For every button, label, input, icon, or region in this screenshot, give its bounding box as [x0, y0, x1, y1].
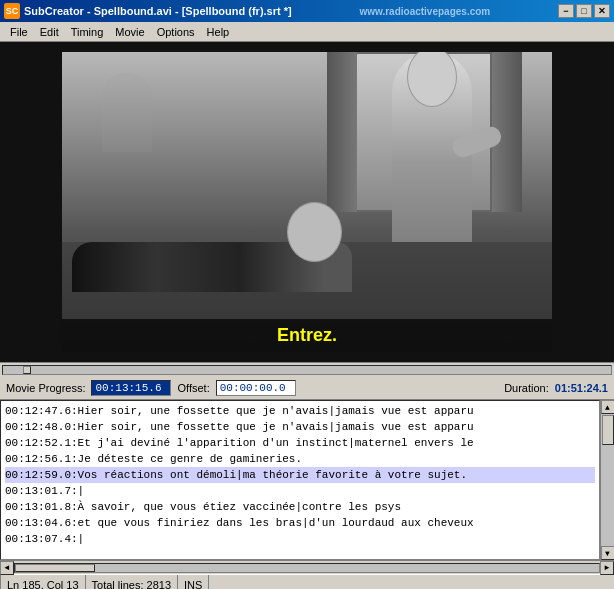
scene-background — [62, 52, 552, 352]
title-bar: SC SubCreator - Spellbound.avi - [Spellb… — [0, 0, 614, 22]
scroll-right-button[interactable]: ► — [600, 561, 614, 575]
text-content: 00:12:47.6:Hier soir, une fossette que j… — [1, 401, 599, 549]
subtitle-text: Entrez. — [277, 325, 337, 345]
text-line: 00:13:07.4:| — [5, 531, 595, 547]
figure-reclining-head — [287, 202, 342, 262]
menu-file[interactable]: File — [4, 24, 34, 40]
video-area: Entrez. — [0, 42, 614, 362]
horizontal-scrollbar[interactable]: ◄ ► — [0, 560, 614, 574]
scroll-thumb-horizontal[interactable] — [15, 564, 95, 572]
offset-value[interactable]: 00:00:00.0 — [216, 380, 296, 396]
text-line-highlighted: 00:12:59.0:Vos réactions ont démoli|ma t… — [5, 467, 595, 483]
progress-bar: Movie Progress: 00:13:15.6 Offset: 00:00… — [0, 376, 614, 400]
scroll-thumb-vertical[interactable] — [602, 415, 614, 445]
window-controls[interactable]: − □ ✕ — [558, 4, 610, 18]
app-icon: SC — [4, 3, 20, 19]
scene-curtain-left — [327, 52, 357, 212]
text-editor-container: 00:12:47.6:Hier soir, une fossette que j… — [0, 400, 614, 560]
scroll-down-button[interactable]: ▼ — [601, 546, 615, 560]
close-button[interactable]: ✕ — [594, 4, 610, 18]
subtitle-overlay: Entrez. — [62, 319, 552, 352]
offset-label: Offset: — [177, 382, 209, 394]
status-total-lines: Total lines: 2813 — [86, 575, 179, 589]
menu-options[interactable]: Options — [151, 24, 201, 40]
scene-lamp — [102, 72, 152, 152]
vertical-scrollbar[interactable]: ▲ ▼ — [600, 400, 614, 560]
menu-help[interactable]: Help — [201, 24, 236, 40]
text-line: 00:13:04.6:et que vous finiriez dans les… — [5, 515, 595, 531]
text-line: 00:13:01.7:| — [5, 483, 595, 499]
movie-progress-value[interactable]: 00:13:15.6 — [91, 380, 171, 396]
text-line: 00:12:52.1:Et j'ai deviné l'apparition d… — [5, 435, 595, 451]
menu-movie[interactable]: Movie — [109, 24, 150, 40]
video-scrollbar[interactable] — [0, 362, 614, 376]
duration-label: Duration: — [504, 382, 549, 394]
text-line: 00:12:47.6:Hier soir, une fossette que j… — [5, 403, 595, 419]
status-bar: Ln 185, Col 13 Total lines: 2813 INS — [0, 574, 614, 589]
title-url: www.radioactivepages.com — [359, 6, 490, 17]
scroll-track-horizontal[interactable] — [14, 563, 600, 573]
scroll-left-button[interactable]: ◄ — [0, 561, 14, 575]
text-line: 00:12:48.0:Hier soir, une fossette que j… — [5, 419, 595, 435]
menu-edit[interactable]: Edit — [34, 24, 65, 40]
status-ins: INS — [178, 575, 209, 589]
minimize-button[interactable]: − — [558, 4, 574, 18]
movie-progress-label: Movie Progress: — [6, 382, 85, 394]
restore-button[interactable]: □ — [576, 4, 592, 18]
menu-bar: File Edit Timing Movie Options Help — [0, 22, 614, 42]
window-title: SubCreator - Spellbound.avi - [Spellboun… — [24, 5, 292, 17]
text-editor[interactable]: 00:12:47.6:Hier soir, une fossette que j… — [0, 400, 600, 560]
title-bar-left: SC SubCreator - Spellbound.avi - [Spellb… — [4, 3, 292, 19]
duration-value: 01:51:24.1 — [555, 382, 608, 394]
video-scroll-thumb[interactable] — [23, 366, 31, 374]
scroll-track[interactable] — [601, 414, 615, 546]
text-line: 00:13:01.8:À savoir, que vous étiez vacc… — [5, 499, 595, 515]
status-line-col: Ln 185, Col 13 — [0, 575, 86, 589]
menu-timing[interactable]: Timing — [65, 24, 110, 40]
video-scroll-track[interactable] — [2, 365, 612, 375]
video-frame: Entrez. — [62, 52, 552, 352]
text-line: 00:12:56.1:Je déteste ce genre de gamine… — [5, 451, 595, 467]
scroll-up-button[interactable]: ▲ — [601, 400, 615, 414]
